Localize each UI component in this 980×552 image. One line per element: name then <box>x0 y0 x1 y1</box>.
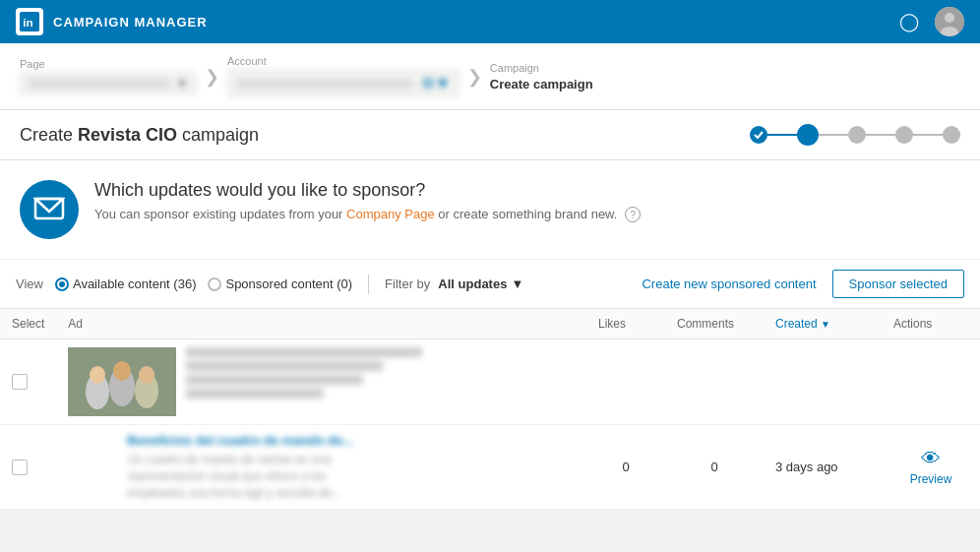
progress-step-5 <box>943 126 960 144</box>
col-actions: Actions <box>882 309 980 339</box>
content-toolbar: View Available content (36) Sponsored co… <box>0 260 980 309</box>
svg-point-12 <box>113 361 131 381</box>
sponsor-text: Which updates would you like to sponsor?… <box>94 180 641 222</box>
breadcrumb-arrow-2: ❯ <box>467 66 482 88</box>
linkedin-logo: in <box>16 8 43 35</box>
row2-ad-body: Un cuadro de mando de ventas es una repr… <box>127 452 383 501</box>
create-suffix: campaign <box>177 125 259 145</box>
table-row: Beneficios del cuadro de mando de... Un … <box>0 425 980 510</box>
breadcrumb-page: Page ▼ <box>20 58 197 95</box>
page-label: Page <box>20 58 197 70</box>
filter-dropdown[interactable]: All updates ▼ <box>438 276 523 291</box>
gear-icon[interactable]: ⚙▼ <box>421 74 451 92</box>
breadcrumb-account: Account ⚙▼ <box>227 55 459 97</box>
account-value[interactable]: ⚙▼ <box>227 69 459 97</box>
preview-button[interactable]: 👁 Preview <box>893 448 968 486</box>
campaign-label: Campaign <box>490 62 593 74</box>
row1-thumbnail <box>68 347 176 416</box>
campaign-value: Create campaign <box>490 77 593 92</box>
col-created-label: Created <box>775 317 818 331</box>
row1-actions <box>882 339 980 425</box>
row2-checkbox[interactable] <box>12 460 28 475</box>
sponsor-description: You can sponsor existing updates from yo… <box>94 207 641 222</box>
sponsor-heading: Which updates would you like to sponsor? <box>94 180 641 201</box>
row2-actions: 👁 Preview <box>882 425 980 510</box>
row2-likes: 0 <box>586 425 665 510</box>
clock-icon[interactable]: ◯ <box>899 11 919 32</box>
row1-ad-cell <box>56 339 586 425</box>
table-body: Beneficios del cuadro de mando de... Un … <box>0 339 980 510</box>
row1-select-cell <box>0 339 56 425</box>
row2-ad-title: Beneficios del cuadro de mando de... <box>127 433 383 448</box>
content-table: Select Ad Likes Comments Created ▼ Actio… <box>0 309 980 510</box>
help-icon[interactable]: ? <box>625 207 641 222</box>
account-input-mock: ⚙▼ <box>227 69 459 97</box>
available-content-radio[interactable]: Available content (36) <box>55 276 197 291</box>
row2-ad-cell: Beneficios del cuadro de mando de... Un … <box>56 425 586 510</box>
desc-after: or create something brand new. <box>435 207 618 221</box>
row1-ad-text <box>186 347 422 399</box>
sponsored-content-label: Sponsored content (0) <box>225 276 352 291</box>
col-ad: Ad <box>56 309 586 339</box>
step-line-4 <box>913 134 943 136</box>
view-label: View <box>16 276 43 291</box>
account-label: Account <box>227 55 459 67</box>
desc-before: You can sponsor existing updates from yo… <box>94 207 346 221</box>
row2-ad-text: Beneficios del cuadro de mando de... Un … <box>127 433 383 501</box>
col-created[interactable]: Created ▼ <box>764 309 882 339</box>
campaign-title: Create Revista CIO campaign <box>20 125 259 146</box>
col-select: Select <box>0 309 56 339</box>
step-line-3 <box>866 134 895 136</box>
toolbar-divider <box>368 275 369 294</box>
sort-arrow-icon: ▼ <box>821 319 830 330</box>
row2-comments: 0 <box>665 425 764 510</box>
breadcrumb-arrow-1: ❯ <box>205 66 219 88</box>
svg-text:in: in <box>23 16 32 29</box>
breadcrumb: Page ▼ ❯ Account ⚙▼ ❯ Campaign Create ca <box>0 43 980 110</box>
row1-checkbox[interactable] <box>12 374 28 390</box>
step-line-1 <box>767 134 797 136</box>
radio-dot-sponsored <box>208 277 221 291</box>
breadcrumb-campaign: Campaign Create campaign <box>490 62 593 92</box>
progress-step-1 <box>750 126 767 144</box>
create-sponsored-button[interactable]: Create new sponsored content <box>634 271 824 297</box>
svg-marker-6 <box>35 199 63 212</box>
header-left: in CAMPAIGN MANAGER <box>16 8 208 35</box>
header-right: ◯ <box>899 7 964 36</box>
col-likes: Likes <box>586 309 665 339</box>
progress-step-2 <box>797 124 819 146</box>
progress-step-3 <box>848 126 866 144</box>
app-title: CAMPAIGN MANAGER <box>53 15 208 30</box>
row1-created <box>764 339 882 425</box>
sponsor-selected-button[interactable]: Sponsor selected <box>832 270 964 298</box>
view-radio-group: Available content (36) Sponsored content… <box>55 276 352 291</box>
row2-created: 3 days ago <box>764 425 882 510</box>
svg-point-11 <box>90 366 105 384</box>
available-content-label: Available content (36) <box>73 276 197 291</box>
create-prefix: Create <box>20 125 78 145</box>
sponsored-content-radio[interactable]: Sponsored content (0) <box>208 276 352 291</box>
preview-label: Preview <box>910 472 952 486</box>
campaign-create-bar: Create Revista CIO campaign <box>0 110 980 160</box>
row2-ad-content: Beneficios del cuadro de mando de... Un … <box>68 433 575 501</box>
filter-label: Filter by <box>385 276 430 291</box>
table-row <box>0 339 980 425</box>
sponsor-icon-circle <box>20 180 79 239</box>
table-header: Select Ad Likes Comments Created ▼ Actio… <box>0 309 980 339</box>
svg-point-13 <box>139 366 154 384</box>
row1-comments <box>665 339 764 425</box>
table-header-row: Select Ad Likes Comments Created ▼ Actio… <box>0 309 980 339</box>
content-table-wrapper: Select Ad Likes Comments Created ▼ Actio… <box>0 309 980 510</box>
filter-value: All updates <box>438 276 507 291</box>
company-page-highlight: Company Page <box>346 207 435 221</box>
eye-icon: 👁 <box>921 448 941 470</box>
svg-point-3 <box>945 13 954 23</box>
row1-ad-content <box>68 347 575 416</box>
user-avatar[interactable] <box>935 7 964 36</box>
page-value[interactable]: ▼ <box>20 72 197 95</box>
col-comments: Comments <box>665 309 764 339</box>
page-input-mock: ▼ <box>20 72 197 95</box>
row1-likes <box>586 339 665 425</box>
top-header: in CAMPAIGN MANAGER ◯ <box>0 0 980 43</box>
row2-select-cell <box>0 425 56 510</box>
